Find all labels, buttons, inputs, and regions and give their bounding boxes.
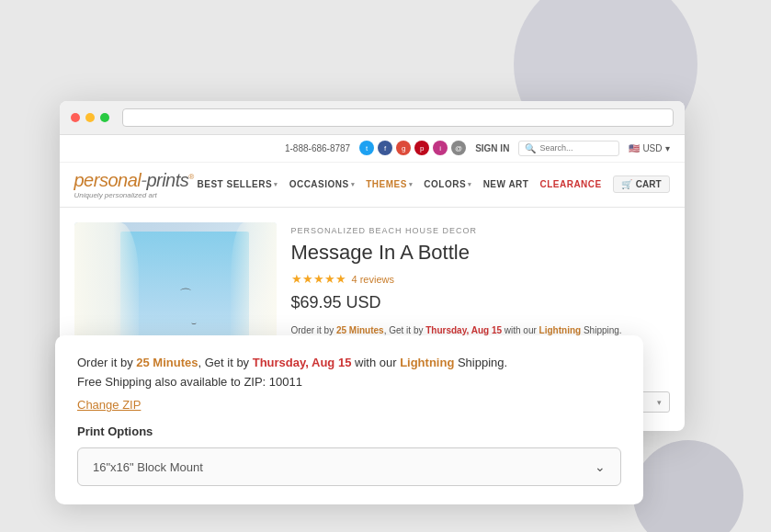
tooltip-print-select[interactable]: 16"x16" Block Mount ⌄ xyxy=(77,447,621,486)
nav-clearance[interactable]: CLEARANCE xyxy=(539,179,601,189)
currency-caret: ▾ xyxy=(665,143,670,153)
logo-text: personal-prints® xyxy=(74,170,194,191)
logo-tagline: Uniquely personalized art xyxy=(74,191,194,199)
main-nav: BEST SELLERS▾ OCCASIONS▾ THEMES▾ COLORS▾… xyxy=(198,175,670,193)
bg-decoration-circle-bottom xyxy=(633,440,743,532)
stars-row: ★★★★★ 4 reviews xyxy=(291,272,670,286)
bird-icon-large: ⌒ xyxy=(179,287,192,303)
bird-icon-small: ⌣ xyxy=(191,318,197,328)
caret-icon: ▾ xyxy=(409,181,414,188)
site-header: 1-888-686-8787 t f g p i @ SIGN IN 🔍 🇺🇸 … xyxy=(60,135,685,208)
tooltip-card: Order it by 25 Minutes, Get it by Thursd… xyxy=(55,335,643,505)
product-title: Message In A Bottle xyxy=(291,241,670,265)
currency-label: USD xyxy=(642,143,662,153)
flag-icon: 🇺🇸 xyxy=(629,143,640,153)
tooltip-post: with our xyxy=(351,356,400,369)
tooltip-pre: Order it by xyxy=(77,356,136,369)
tooltip-line1: Order it by 25 Minutes, Get it by Thursd… xyxy=(77,354,621,372)
nav-colors[interactable]: COLORS▾ xyxy=(424,179,471,189)
search-bar[interactable]: 🔍 xyxy=(518,141,619,156)
product-price: $69.95 USD xyxy=(291,293,670,312)
logo-nav-row: personal-prints® Uniquely personalized a… xyxy=(60,163,685,207)
nav-occasions[interactable]: OCCASIONS▾ xyxy=(289,179,356,189)
google-icon[interactable]: g xyxy=(396,141,411,155)
tooltip-mid: , Get it by xyxy=(198,356,252,369)
shipping-time: 25 Minutes xyxy=(336,325,384,335)
tooltip-free-shipping: Free Shipping also available to ZIP: 100… xyxy=(77,375,302,389)
browser-url-bar[interactable] xyxy=(122,108,674,127)
product-category: PERSONALIZED BEACH HOUSE DECOR xyxy=(291,226,670,235)
caret-icon: ▾ xyxy=(351,181,356,188)
tooltip-end: Shipping. xyxy=(454,356,507,369)
twitter-icon[interactable]: t xyxy=(359,141,374,155)
facebook-icon[interactable]: f xyxy=(378,141,392,155)
logo-area[interactable]: personal-prints® Uniquely personalized a… xyxy=(74,170,194,199)
browser-chrome xyxy=(60,101,685,135)
nav-themes[interactable]: THEMES▾ xyxy=(366,179,413,189)
tooltip-service: Lightning xyxy=(400,356,454,369)
caret-icon: ▾ xyxy=(274,181,278,188)
tooltip-line2: Free Shipping also available to ZIP: 100… xyxy=(77,375,621,389)
nav-cart[interactable]: 🛒 CART xyxy=(613,175,670,193)
pinterest-icon[interactable]: p xyxy=(414,141,429,155)
tooltip-time: 25 Minutes xyxy=(136,356,198,369)
top-bar: 1-888-686-8787 t f g p i @ SIGN IN 🔍 🇺🇸 … xyxy=(60,135,685,163)
tooltip-change-zip[interactable]: Change ZIP xyxy=(77,398,621,412)
search-icon: 🔍 xyxy=(525,143,536,153)
shipping-mid: , Get it by xyxy=(384,325,426,335)
shipping-date: Thursday, Aug 15 xyxy=(425,325,502,335)
sign-in-link[interactable]: SIGN IN xyxy=(475,143,509,153)
phone-number: 1-888-686-8787 xyxy=(285,143,350,153)
tooltip-select-value: 16"x16" Block Mount xyxy=(93,460,203,474)
caret-icon: ▾ xyxy=(468,181,472,188)
nav-new-art[interactable]: NEW ART xyxy=(483,179,529,189)
tooltip-select-arrow-icon: ⌄ xyxy=(595,459,606,474)
search-input[interactable] xyxy=(539,143,613,153)
shipping-service: Lightning xyxy=(539,325,582,335)
shipping-end: Shipping. xyxy=(581,325,621,335)
instagram-icon[interactable]: i xyxy=(433,141,448,155)
tooltip-print-label: Print Options xyxy=(77,424,621,438)
social-icons: t f g p i @ xyxy=(359,141,466,155)
browser-dot-green[interactable] xyxy=(100,113,109,122)
review-count[interactable]: 4 reviews xyxy=(352,274,394,285)
cart-label: CART xyxy=(636,179,662,189)
currency-selector[interactable]: 🇺🇸 USD ▾ xyxy=(629,143,669,153)
select-arrow-icon: ▾ xyxy=(657,398,662,407)
nav-best-sellers[interactable]: BEST SELLERS▾ xyxy=(198,179,278,189)
browser-dot-yellow[interactable] xyxy=(85,113,95,122)
cart-icon: 🛒 xyxy=(621,179,632,189)
browser-dot-red[interactable] xyxy=(71,113,80,122)
star-rating: ★★★★★ xyxy=(291,272,346,286)
tooltip-date: Thursday, Aug 15 xyxy=(253,356,352,369)
shipping-post: with our xyxy=(502,325,539,335)
shipping-pre: Order it by xyxy=(291,325,336,335)
email-icon[interactable]: @ xyxy=(451,141,466,155)
